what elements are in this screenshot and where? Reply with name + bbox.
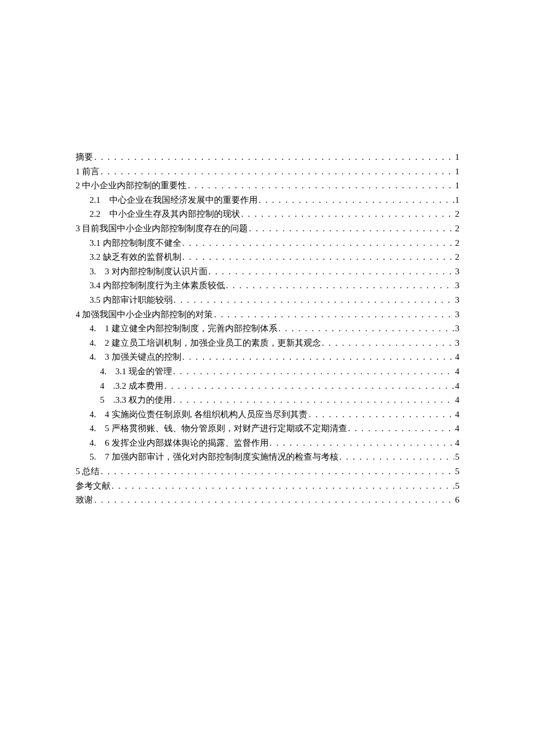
toc-page-number: 4 <box>455 393 460 407</box>
toc-page-number: 2 <box>455 236 460 250</box>
toc-leader-dots <box>209 264 454 279</box>
toc-entry: 3.5 内部审计职能较弱 3 <box>76 293 459 307</box>
toc-entry: 4 .3.2 成本费用 4 <box>76 379 459 393</box>
toc-page-number: 3 <box>455 321 460 336</box>
toc-label: 4. 2 建立员工培训机制，加强企业员工的素质，更新其观念 <box>90 336 321 350</box>
toc-label: 2.2 中小企业生存及其内部控制的现状 <box>90 207 240 221</box>
toc-leader-dots <box>241 207 454 221</box>
toc-entry: 摘要 1 <box>76 150 459 164</box>
toc-leader-dots <box>183 250 454 264</box>
toc-label: 2 中小企业内部控制的重要性 <box>76 178 187 193</box>
toc-leader-dots <box>188 178 454 193</box>
toc-label: 1 前言 <box>76 164 99 179</box>
toc-entry: 1 前言 1 <box>76 164 459 179</box>
toc-leader-dots <box>165 379 454 393</box>
toc-entry: 3. 3 对内部控制制度认识片面 3 <box>76 264 459 279</box>
toc-label: 5. 7 加强内部审计，强化对内部控制制度实施情况的检查与考核 <box>90 450 338 464</box>
toc-page-number: 3 <box>455 293 460 307</box>
toc-leader-dots <box>259 193 454 207</box>
toc-page-number: 4 <box>455 364 460 379</box>
toc-page-number: 1 <box>455 193 460 207</box>
toc-label: 3 目前我国中小企业内部控制制度存在的问题 <box>76 221 248 236</box>
toc-page-number: 3 <box>455 278 460 293</box>
toc-label: 4. 3 加强关键点的控制 <box>90 350 181 364</box>
toc-page-number: 6 <box>455 493 460 507</box>
table-of-contents: 摘要 1 1 前言 1 2 中小企业内部控制的重要性 1 2.1 中心企业在我国… <box>76 150 459 507</box>
toc-label: 5 总结 <box>76 464 99 479</box>
toc-entry: 4. 3 加强关键点的控制 4 <box>76 350 459 364</box>
toc-entry: 4. 4 实施岗位责任制原则, 各组织机构人员应当尽到其责 4 <box>76 407 459 422</box>
toc-label: 4 加强我国中小企业内部控制的对策 <box>76 307 213 322</box>
toc-entry: 3.2 缺乏有效的监督机制 2 <box>76 250 459 264</box>
toc-entry: 2 中小企业内部控制的重要性 1 <box>76 178 459 193</box>
toc-entry: 4 加强我国中小企业内部控制的对策 3 <box>76 307 459 322</box>
toc-leader-dots <box>173 393 454 407</box>
toc-label: 5 .3.3 权力的使用 <box>100 393 172 407</box>
toc-page-number: 2 <box>455 221 460 236</box>
toc-leader-dots <box>249 221 454 236</box>
toc-label: 3.5 内部审计职能较弱 <box>90 293 173 307</box>
toc-entry: 4. 3.1 现金的管理 4 <box>76 364 459 379</box>
toc-label: 4. 5 严格贯彻账、钱、物分管原则，对财产进行定期或不定期清查 <box>90 421 347 436</box>
toc-entry: 致谢 6 <box>76 493 459 507</box>
toc-page-number: 2 <box>455 207 460 221</box>
toc-leader-dots <box>94 493 454 507</box>
toc-entry: 4. 1 建立健全内部控制制度，完善内部控制体系 3 <box>76 321 459 336</box>
toc-leader-dots <box>174 293 454 307</box>
toc-leader-dots <box>348 421 454 436</box>
toc-page-number: 1 <box>455 164 460 179</box>
toc-leader-dots <box>183 236 454 250</box>
toc-label: 4. 3.1 现金的管理 <box>100 364 172 379</box>
toc-label: 参考文献 <box>76 479 110 493</box>
toc-page-number: 2 <box>455 250 460 264</box>
toc-leader-dots <box>101 464 454 479</box>
toc-leader-dots <box>112 479 454 493</box>
toc-entry: 参考文献 5 <box>76 479 459 493</box>
toc-leader-dots <box>270 436 454 450</box>
toc-leader-dots <box>101 164 454 179</box>
toc-label: 4. 4 实施岗位责任制原则, 各组织机构人员应当尽到其责 <box>90 407 308 422</box>
toc-page-number: 4 <box>455 379 460 393</box>
toc-entry: 4. 2 建立员工培训机制，加强企业员工的素质，更新其观念 3 <box>76 336 459 350</box>
toc-entry: 2.1 中心企业在我国经济发展中的重要作用 1 <box>76 193 459 207</box>
toc-entry: 5. 7 加强内部审计，强化对内部控制制度实施情况的检查与考核 5 <box>76 450 459 464</box>
toc-label: 摘要 <box>76 150 93 164</box>
toc-page-number: 3 <box>455 336 460 350</box>
toc-entry: 3 目前我国中小企业内部控制制度存在的问题 2 <box>76 221 459 236</box>
toc-entry: 3.4 内部控制制度行为主体素质较低 3 <box>76 278 459 293</box>
toc-label: 致谢 <box>76 493 93 507</box>
toc-page-number: 5 <box>455 479 460 493</box>
toc-label: 3.1 内部控制制度不健全 <box>90 236 181 250</box>
toc-leader-dots <box>94 150 454 164</box>
toc-entry: 5 总结 5 <box>76 464 459 479</box>
toc-leader-dots <box>309 407 454 422</box>
toc-page-number: 3 <box>455 307 460 322</box>
toc-leader-dots <box>226 278 454 293</box>
toc-label: 2.1 中心企业在我国经济发展中的重要作用 <box>90 193 258 207</box>
toc-leader-dots <box>214 307 454 322</box>
toc-entry: 4. 6 发挥企业内部媒体舆论的揭露、监督作用 4 <box>76 436 459 450</box>
toc-leader-dots <box>183 350 454 364</box>
toc-leader-dots <box>322 336 454 350</box>
toc-page-number: 1 <box>455 178 460 193</box>
toc-page-number: 4 <box>455 421 460 436</box>
toc-label: 3.4 内部控制制度行为主体素质较低 <box>90 278 225 293</box>
toc-label: 4. 6 发挥企业内部媒体舆论的揭露、监督作用 <box>90 436 269 450</box>
toc-page-number: 3 <box>455 264 460 279</box>
toc-leader-dots <box>279 321 454 336</box>
toc-label: 4 .3.2 成本费用 <box>100 379 163 393</box>
toc-label: 4. 1 建立健全内部控制制度，完善内部控制体系 <box>90 321 277 336</box>
toc-leader-dots <box>173 364 454 379</box>
toc-entry: 5 .3.3 权力的使用 4 <box>76 393 459 407</box>
toc-leader-dots <box>340 450 454 464</box>
toc-entry: 2.2 中小企业生存及其内部控制的现状 2 <box>76 207 459 221</box>
toc-page-number: 4 <box>455 350 460 364</box>
document-page: 摘要 1 1 前言 1 2 中小企业内部控制的重要性 1 2.1 中心企业在我国… <box>0 0 535 756</box>
toc-entry: 3.1 内部控制制度不健全 2 <box>76 236 459 250</box>
toc-page-number: 5 <box>455 464 460 479</box>
toc-page-number: 4 <box>455 436 460 450</box>
toc-page-number: 5 <box>455 450 460 464</box>
toc-entry: 4. 5 严格贯彻账、钱、物分管原则，对财产进行定期或不定期清查 4 <box>76 421 459 436</box>
toc-label: 3. 3 对内部控制制度认识片面 <box>90 264 208 279</box>
toc-page-number: 4 <box>455 407 460 422</box>
